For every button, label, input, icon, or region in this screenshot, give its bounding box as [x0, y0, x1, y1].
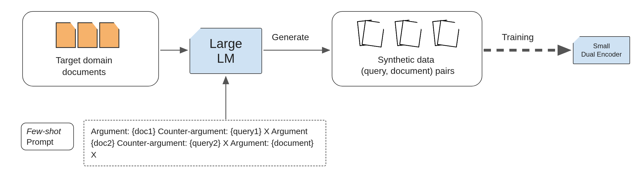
paper-pair-icon — [434, 20, 460, 47]
few-shot-italic: Few-shot — [26, 127, 61, 136]
large-lm-box: Large LM — [190, 28, 262, 74]
prompt-word: Prompt — [26, 137, 54, 146]
document-icon — [56, 22, 76, 48]
synthetic-label-line1: Synthetic data — [378, 55, 434, 65]
encoder-label-line2: Dual Encoder — [581, 50, 622, 59]
prompt-template-box: Argument: {doc1} Counter-argument: {quer… — [84, 120, 326, 166]
target-domain-label: Target domain documents — [56, 55, 112, 78]
prompt-text-line1: Argument: {doc1} Counter-argument: {quer… — [91, 125, 319, 137]
paper-pair-icons — [358, 20, 460, 47]
document-icons — [56, 22, 119, 48]
dual-encoder-box: Small Dual Encoder — [573, 36, 630, 64]
encoder-label-line1: Small — [593, 42, 610, 50]
generate-label: Generate — [272, 32, 309, 42]
synthetic-label-line2: (query, document) pairs — [361, 66, 455, 76]
paper-pair-icon — [396, 20, 422, 47]
paper-pair-icon — [358, 20, 385, 47]
lm-label-line2: LM — [217, 51, 235, 66]
document-icon — [78, 22, 98, 48]
lm-label-line1: Large — [209, 36, 242, 51]
diagram-canvas: Target domain documents Large LM Synthet… — [0, 0, 644, 174]
prompt-text-line2: {doc2} Counter-argument: {query2} X Argu… — [91, 137, 319, 161]
document-icon — [99, 22, 119, 48]
training-label: Training — [502, 32, 534, 42]
few-shot-prompt-label: Few-shot Prompt — [21, 123, 74, 150]
